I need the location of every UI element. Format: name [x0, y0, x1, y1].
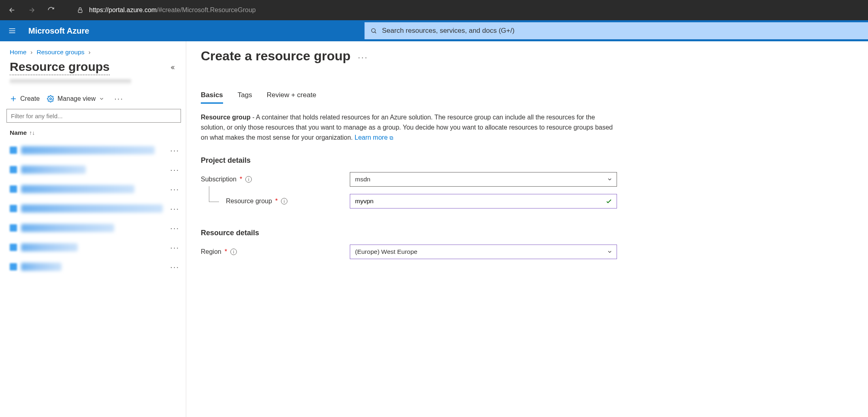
more-actions-button[interactable]: ···: [112, 94, 126, 103]
svg-point-2: [50, 98, 52, 100]
external-link-icon: ⧉: [389, 135, 393, 141]
resource-group-input-wrap: [350, 194, 617, 208]
gear-icon: [47, 95, 54, 102]
brand-label[interactable]: Microsoft Azure: [24, 26, 89, 36]
subscription-select[interactable]: msdn: [350, 172, 617, 187]
subtitle-redacted: [10, 79, 131, 85]
search-input[interactable]: [382, 27, 862, 35]
browser-bar: https://portal.azure.com/#create/Microso…: [0, 0, 868, 20]
info-icon[interactable]: i: [281, 198, 287, 204]
url-path: /#create/Microsoft.ResourceGroup: [157, 6, 256, 13]
chevron-right-icon: ›: [30, 49, 32, 56]
resource-group-label: Resource group: [226, 198, 272, 205]
subscription-row: Subscription * i msdn: [201, 172, 853, 187]
manage-view-label: Manage view: [57, 95, 96, 102]
row-more-button[interactable]: ···: [170, 223, 179, 233]
chevron-down-icon: [607, 249, 613, 255]
resource-group-icon: [10, 166, 17, 173]
lock-icon: [77, 7, 83, 13]
row-more-button[interactable]: ···: [170, 165, 179, 174]
breadcrumb-resource-groups[interactable]: Resource groups: [37, 49, 85, 56]
resource-group-icon: [10, 205, 17, 212]
required-indicator: *: [275, 198, 278, 205]
chevron-down-icon: [99, 96, 104, 102]
resource-group-icon: [10, 244, 17, 251]
main-content: Create a resource group ··· Basics Tags …: [186, 41, 868, 417]
resource-group-list: ··· ··· ··· ··· ··· ··· ···: [0, 140, 186, 417]
list-item[interactable]: ···: [0, 257, 186, 277]
reload-button[interactable]: [45, 4, 57, 16]
region-row: Region * i (Europe) West Europe: [201, 245, 853, 259]
check-icon: [605, 198, 613, 205]
breadcrumb-home[interactable]: Home: [10, 49, 26, 56]
tab-basics[interactable]: Basics: [201, 88, 223, 103]
section-resource-details: Resource details: [201, 229, 853, 237]
row-more-button[interactable]: ···: [170, 204, 179, 213]
row-more-button[interactable]: ···: [170, 185, 179, 194]
tabs: Basics Tags Review + create: [201, 88, 853, 104]
info-icon[interactable]: i: [245, 176, 252, 183]
row-more-button[interactable]: ···: [170, 146, 179, 155]
page-title: Create a resource group: [201, 49, 351, 64]
region-value: (Europe) West Europe: [355, 248, 417, 255]
resource-group-row: Resource group * i: [201, 194, 853, 208]
list-item[interactable]: ···: [0, 218, 186, 238]
breadcrumb: Home › Resource groups ›: [0, 45, 186, 58]
back-button[interactable]: [6, 4, 18, 16]
section-project-details: Project details: [201, 156, 853, 165]
url-host: https://portal.azure.com: [89, 6, 157, 13]
azure-topbar: Microsoft Azure: [0, 20, 868, 41]
left-panel-title: Resource groups: [10, 60, 110, 75]
address-bar[interactable]: https://portal.azure.com/#create/Microso…: [77, 6, 256, 14]
create-button[interactable]: Create: [10, 95, 40, 102]
create-label: Create: [20, 95, 40, 102]
row-more-button[interactable]: ···: [170, 262, 179, 272]
region-label: Region: [201, 248, 221, 255]
search-icon: [370, 28, 377, 34]
learn-more-link[interactable]: Learn more ⧉: [355, 134, 393, 141]
list-item[interactable]: ···: [0, 160, 186, 179]
svg-point-1: [372, 29, 375, 32]
resource-group-input[interactable]: [355, 198, 612, 205]
chevron-down-icon: [607, 177, 613, 182]
tab-tags[interactable]: Tags: [238, 88, 252, 103]
left-panel: Home › Resource groups › Resource groups…: [0, 41, 186, 417]
subscription-label: Subscription: [201, 176, 236, 183]
collapse-panel-button[interactable]: [169, 64, 176, 71]
row-more-button[interactable]: ···: [170, 243, 179, 252]
global-search[interactable]: [364, 22, 868, 39]
info-icon[interactable]: i: [230, 249, 237, 255]
list-item[interactable]: ···: [0, 199, 186, 218]
resource-group-icon: [10, 185, 17, 193]
required-indicator: *: [225, 248, 227, 255]
description: Resource group - A container that holds …: [201, 113, 614, 143]
list-item[interactable]: ···: [0, 140, 186, 160]
sort-icon: ↑↓: [29, 130, 35, 136]
page-more-button[interactable]: ···: [358, 50, 368, 62]
forward-button[interactable]: [26, 4, 37, 16]
tab-review-create[interactable]: Review + create: [267, 88, 316, 103]
svg-rect-0: [78, 10, 82, 13]
resource-group-icon: [10, 263, 17, 270]
list-item[interactable]: ···: [0, 179, 186, 199]
region-select[interactable]: (Europe) West Europe: [350, 245, 617, 259]
resource-group-icon: [10, 224, 17, 232]
manage-view-button[interactable]: Manage view: [47, 95, 104, 102]
required-indicator: *: [240, 176, 242, 183]
left-toolbar: Create Manage view ···: [0, 92, 186, 109]
subscription-value: msdn: [355, 176, 370, 183]
chevron-right-icon: ›: [89, 49, 91, 56]
list-item[interactable]: ···: [0, 238, 186, 257]
menu-button[interactable]: [0, 20, 24, 41]
filter-input[interactable]: [6, 109, 181, 123]
column-header-name[interactable]: Name ↑↓: [0, 125, 186, 140]
plus-icon: [10, 95, 17, 102]
resource-group-icon: [10, 147, 17, 154]
